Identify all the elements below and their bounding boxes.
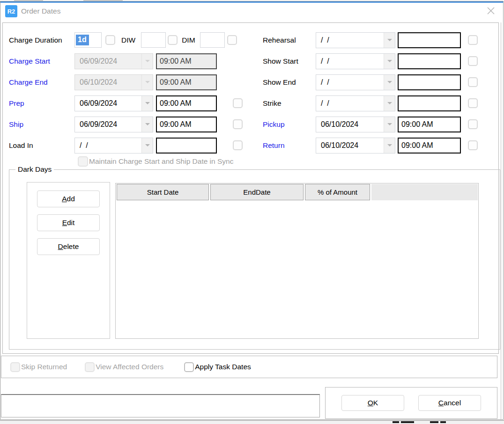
show-end-label: Show End (262, 78, 314, 87)
chevron-down-icon (145, 102, 150, 104)
charge-duration-input[interactable]: 1d (74, 32, 102, 48)
show-end-date-dropdown-button[interactable] (384, 75, 395, 90)
strike-time-input[interactable] (398, 95, 461, 111)
footer-options-strip: Skip Returned View Affected Orders Apply… (1, 356, 497, 378)
view-affected-orders-checkbox (85, 362, 95, 372)
pickup-date-dropdown-button[interactable] (384, 117, 395, 132)
show-start-checkbox[interactable] (468, 56, 478, 66)
close-icon[interactable] (486, 6, 496, 16)
dim-label: DIM (182, 36, 195, 44)
show-end-checkbox[interactable] (468, 77, 478, 87)
return-date-dropdown-button[interactable] (384, 138, 395, 153)
pickup-checkbox[interactable] (468, 119, 478, 129)
chevron-down-icon (387, 39, 392, 41)
dark-days-table-body[interactable] (116, 201, 478, 338)
return-checkbox[interactable] (468, 140, 478, 150)
show-start-row: Show Start / / (262, 51, 498, 72)
rehearsal-date-dropdown-button[interactable] (384, 33, 395, 48)
strike-checkbox[interactable] (468, 98, 478, 108)
rehearsal-checkbox[interactable] (468, 35, 478, 45)
ship-date-dropdown-button[interactable] (141, 117, 153, 132)
diw-checkbox[interactable] (168, 35, 178, 45)
skip-returned-checkbox (10, 362, 20, 372)
load-in-checkbox[interactable] (233, 140, 243, 150)
dim-checkbox[interactable] (227, 35, 237, 45)
dialog-title: Order Dates (21, 7, 60, 15)
load-in-date-value: / / (75, 138, 141, 153)
right-field-column: Rehearsal / / Show Start / / (262, 29, 498, 156)
apply-task-dates-option[interactable]: Apply Task Dates (184, 362, 251, 372)
cancel-button[interactable]: Cancel (418, 395, 481, 411)
strike-label: Strike (262, 99, 314, 108)
pickup-date-value: 06/10/2024 (316, 117, 384, 132)
charge-start-label[interactable]: Charge Start (7, 57, 73, 66)
sync-row: Maintain Charge Start and Ship Date in S… (78, 156, 498, 167)
rehearsal-date-combo[interactable]: / / (316, 32, 395, 48)
chevron-down-icon (387, 81, 392, 83)
ship-date-combo[interactable]: 06/09/2024 (74, 117, 153, 132)
ship-label[interactable]: Ship (7, 120, 73, 129)
view-affected-orders-label: View Affected Orders (96, 363, 163, 371)
pickup-label[interactable]: Pickup (262, 120, 314, 129)
load-in-row: Load In / / (7, 135, 262, 156)
chevron-down-icon (387, 144, 392, 146)
charge-end-row: Charge End 06/10/2024 09:00 AM (7, 72, 262, 93)
ok-button[interactable]: OK (341, 395, 404, 411)
charge-duration-checkbox[interactable] (105, 35, 115, 45)
dark-days-legend: Dark Days (15, 165, 54, 174)
apply-task-dates-checkbox[interactable] (184, 362, 194, 372)
show-start-time-input[interactable] (398, 53, 461, 69)
edit-button[interactable]: Edit (37, 214, 100, 231)
rehearsal-time-input[interactable] (398, 32, 461, 48)
prep-row: Prep 06/09/2024 09:00 AM (7, 93, 262, 114)
strike-date-value: / / (316, 96, 384, 111)
charge-end-label[interactable]: Charge End (7, 78, 73, 87)
strike-date-dropdown-button[interactable] (384, 96, 395, 111)
column-header-filler (371, 184, 478, 200)
return-time-input[interactable]: 09:00 AM (398, 138, 461, 154)
show-end-date-value: / / (316, 75, 384, 90)
add-button[interactable]: Add (37, 190, 100, 207)
return-date-combo[interactable]: 06/10/2024 (316, 138, 395, 154)
column-header-end-date[interactable]: EndDate (210, 184, 304, 200)
view-affected-orders-option: View Affected Orders (85, 362, 163, 372)
dark-days-button-panel: Add Edit Delete (27, 182, 110, 339)
load-in-time-input[interactable] (156, 138, 217, 154)
show-end-date-combo[interactable]: / / (316, 74, 395, 90)
background-text-fragment (440, 421, 446, 423)
return-label[interactable]: Return (262, 141, 314, 150)
order-dates-dialog: R2 Order Dates Charge Duration 1d DIW (0, 0, 504, 424)
delete-button[interactable]: Delete (37, 238, 100, 255)
ship-row: Ship 06/09/2024 09:00 AM (7, 114, 262, 135)
strike-date-combo[interactable]: / / (316, 95, 395, 111)
maintain-sync-label: Maintain Charge Start and Ship Date in S… (89, 157, 233, 166)
load-in-date-dropdown-button[interactable] (141, 138, 153, 153)
pickup-row: Pickup 06/10/2024 09:00 AM (262, 114, 498, 135)
charge-start-row: Charge Start 06/09/2024 09:00 AM (7, 51, 262, 72)
prep-time-input[interactable]: 09:00 AM (156, 95, 217, 111)
pickup-date-combo[interactable]: 06/10/2024 (316, 117, 395, 132)
column-header-start-date[interactable]: Start Date (117, 184, 209, 200)
background-window-strip (0, 420, 504, 424)
show-start-date-value: / / (316, 54, 384, 69)
pickup-time-input[interactable]: 09:00 AM (398, 117, 461, 132)
charge-end-date-dropdown-button (141, 75, 153, 90)
prep-checkbox[interactable] (233, 98, 243, 108)
ship-time-input[interactable]: 09:00 AM (156, 117, 217, 132)
prep-date-combo[interactable]: 06/09/2024 (74, 95, 153, 111)
show-start-date-combo[interactable]: / / (316, 53, 395, 69)
load-in-date-combo[interactable]: / / (74, 138, 153, 154)
prep-date-dropdown-button[interactable] (141, 96, 153, 111)
note-input[interactable] (1, 394, 320, 417)
prep-label[interactable]: Prep (7, 99, 73, 108)
background-text-fragment (401, 421, 414, 423)
charge-start-time-input: 09:00 AM (156, 53, 217, 69)
diw-input[interactable] (141, 32, 166, 48)
ship-checkbox[interactable] (233, 119, 243, 129)
show-start-date-dropdown-button[interactable] (384, 54, 395, 69)
dim-input[interactable] (200, 32, 225, 48)
column-header-percent-amount[interactable]: % of Amount (305, 184, 370, 200)
skip-returned-option: Skip Returned (10, 362, 67, 372)
rehearsal-label: Rehearsal (262, 36, 314, 44)
show-end-time-input[interactable] (398, 74, 461, 90)
